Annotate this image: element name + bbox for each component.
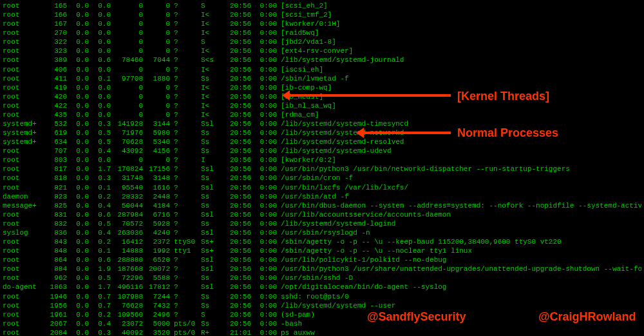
col-command: /usr/bin/python3 /usr/bin/networkd-dispa… [279,164,641,173]
col-mem: 0.7 [89,292,111,301]
col-pid: 422 [39,101,67,110]
col-tty: ? [170,74,201,83]
col-cpu: 0.0 [67,201,89,210]
col-cpu: 0.0 [67,237,89,246]
col-start: 20:56 [223,164,251,173]
col-stat: Ss [201,319,223,328]
col-user: root [3,237,39,246]
col-vsz: 40092 [111,328,143,336]
col-mem: 0.3 [89,328,111,336]
col-time: 0:00 [251,110,279,119]
col-pid: 831 [39,210,67,219]
col-pid: 1961 [39,310,67,319]
col-vsz: 70628 [111,137,143,146]
col-user: root [3,255,39,264]
col-stat: Ssl [201,183,223,192]
col-command: /usr/sbin/atd -f [279,192,641,201]
col-mem: 0.0 [89,37,111,46]
col-start: 20:56 [223,55,251,64]
col-tty: ? [170,310,201,319]
col-cpu: 0.0 [67,228,89,237]
process-row: root7070.00.4430924156?Ss20:560:00/lib/s… [3,146,641,155]
col-mem: 0.1 [89,246,111,255]
col-user: syslog [3,228,39,237]
col-cpu: 0.0 [67,101,89,110]
col-tty: ? [170,164,201,173]
col-tty: ? [170,282,201,292]
col-command: [rdma_cm] [279,110,641,119]
col-pid: 1946 [39,292,67,301]
col-rss: 3144 [143,119,170,128]
col-vsz: 496116 [111,282,143,292]
col-start: 20:56 [223,10,251,19]
col-mem: 0.6 [89,255,111,264]
col-vsz: 43092 [111,146,143,155]
col-command: sshd: root@pts/0 [279,292,641,301]
col-command: /sbin/lvmetad -f [279,74,641,83]
col-user: root [3,246,39,255]
col-stat: Ss [201,137,223,146]
col-start: 20:56 [223,83,251,92]
col-user: systemd+ [3,137,39,146]
col-rss: 0 [143,92,170,101]
col-stat: Ss+ [201,246,223,255]
col-start: 20:56 [223,310,251,319]
process-row: message+8250.00.4500444184?Ss20:560:00/u… [3,201,641,210]
col-cpu: 0.0 [67,264,89,273]
col-tty: ? [170,128,201,137]
col-mem: 0.5 [89,219,111,228]
col-time: 0:00 [251,46,279,55]
col-command: /usr/bin/dbus-daemon --system --address=… [279,201,641,210]
col-rss: 3520 [143,328,170,336]
col-pid: 1956 [39,301,67,310]
col-stat: S [201,1,223,10]
col-time: 0:00 [251,65,279,74]
col-command: [scsi_tmf_2] [279,10,641,19]
col-tty: ? [170,119,201,128]
col-time: 0:00 [251,319,279,328]
col-mem: 0.0 [89,19,111,28]
col-cpu: 0.0 [67,28,89,37]
col-time: 0:00 [251,101,279,110]
col-command: /lib/systemd/systemd-udevd [279,146,641,155]
col-tty: ? [170,264,201,273]
col-time: 0:00 [251,264,279,273]
col-tty: ? [170,83,201,92]
col-tty: ? [170,255,201,264]
col-command: [iscsi_eh] [279,65,641,74]
col-start: 20:56 [223,155,251,164]
col-start: 20:56 [223,146,251,155]
col-mem: 1.9 [89,264,111,273]
col-time: 0:00 [251,28,279,37]
col-stat: Ssl [201,228,223,237]
col-command: [kworker/0:1H] [279,19,641,28]
col-rss: 0 [143,37,170,46]
col-vsz: 78460 [111,55,143,64]
col-stat: Ss [201,273,223,282]
col-cpu: 0.0 [67,46,89,55]
col-time: 0:00 [251,255,279,264]
col-mem: 0.0 [89,110,111,119]
col-rss: 5000 [143,319,170,328]
process-row: root9620.00.5722965588?Ss20:560:00/usr/s… [3,273,641,282]
col-user: root [3,55,39,64]
col-time: 0:00 [251,119,279,128]
col-rss: 4240 [143,228,170,237]
col-tty: ? [170,101,201,110]
col-mem: 0.5 [89,128,111,137]
col-tty: pts/0 [170,328,201,336]
col-start: 20:56 [223,92,251,101]
col-rss: 4184 [143,201,170,210]
col-pid: 411 [39,74,67,83]
col-start: 20:56 [223,210,251,219]
col-cpu: 0.0 [67,210,89,219]
col-stat: S [201,310,223,319]
col-time: 0:00 [251,237,279,246]
col-user: root [3,101,39,110]
col-time: 0:00 [251,328,279,336]
col-start: 20:56 [223,74,251,83]
col-rss: 3148 [143,173,170,183]
col-user: root [3,155,39,164]
col-command: ps auxww [279,328,641,336]
col-cpu: 0.0 [67,319,89,328]
